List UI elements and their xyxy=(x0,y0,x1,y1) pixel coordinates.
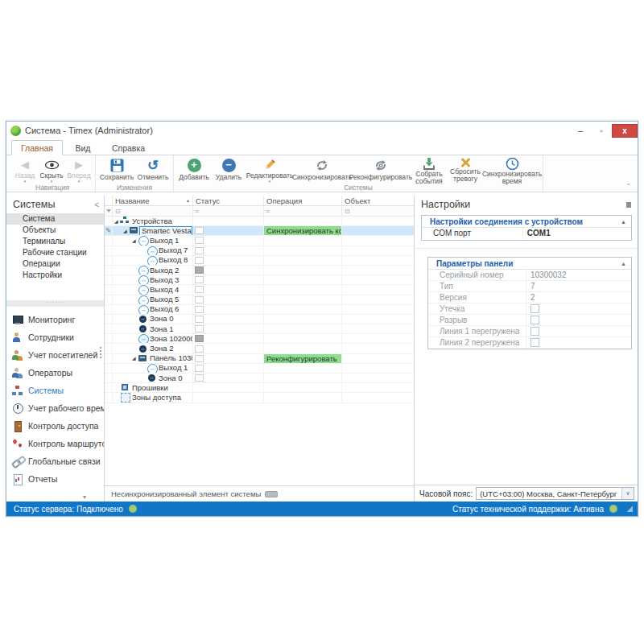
collapse-section-icon[interactable]: ▲ xyxy=(621,261,626,266)
property-value[interactable] xyxy=(526,315,631,325)
table-row[interactable]: ✎ Прошивки xyxy=(105,383,414,393)
table-row[interactable]: ✎ Зона 1 xyxy=(105,324,414,334)
add-button[interactable]: + Добавить xyxy=(176,156,212,183)
table-row[interactable]: ✎ Выход 7 xyxy=(105,246,414,256)
filter-edit-icon[interactable]: ⊡ xyxy=(345,208,350,215)
property-value[interactable] xyxy=(526,337,631,349)
table-row[interactable]: ✎ Выход 3 xyxy=(105,275,414,285)
table-row[interactable]: ✎ Зона 0 xyxy=(105,374,414,383)
zone-icon xyxy=(138,334,148,343)
sidebar-module[interactable]: Глобальные связи xyxy=(6,452,104,470)
checkbox[interactable] xyxy=(530,316,539,324)
property-value[interactable]: 2 xyxy=(526,292,631,303)
delete-button[interactable]: − Удалить xyxy=(212,156,246,183)
window-title: Система - Timex (Administrator) xyxy=(25,126,570,135)
reset-alarm-button[interactable]: Сбросить тревогу xyxy=(447,156,484,183)
column-header-object[interactable]: Объект xyxy=(342,196,414,205)
close-button[interactable]: x xyxy=(612,124,638,138)
table-row[interactable]: ✎ Выход 5 xyxy=(105,295,414,305)
expander-icon[interactable] xyxy=(132,354,138,363)
ribbon-tab[interactable]: Вид xyxy=(66,141,99,155)
maximize-button[interactable]: ▫ xyxy=(591,124,612,138)
table-row[interactable]: ✎ Зона 0 xyxy=(105,315,414,324)
checkbox[interactable] xyxy=(530,338,539,347)
collect-events-button[interactable]: Собрать события xyxy=(411,156,447,183)
sidebar-list-item[interactable]: Рабочие станции xyxy=(6,247,104,258)
table-row[interactable]: ✎ Панель 103000... Реконфигурировать xyxy=(105,354,414,364)
table-row[interactable]: ✎ Smartec Vesta Синхронизировать конфиг.… xyxy=(105,226,414,236)
table-row[interactable]: ✎ Выход 1 xyxy=(105,236,414,246)
tree-node-label: Выход 6 xyxy=(148,305,180,314)
tree-node-label: Зона 10200020 xyxy=(148,334,192,343)
column-header-operation[interactable]: Операция xyxy=(264,196,342,205)
filter-funnel-icon[interactable] xyxy=(106,209,111,213)
expander-icon[interactable] xyxy=(132,236,138,245)
pin-icon[interactable] xyxy=(626,202,631,208)
checkbox[interactable] xyxy=(530,327,539,336)
connection-settings-title: Настройки соединения с устройством xyxy=(430,217,583,226)
resize-grip-icon[interactable] xyxy=(626,506,633,512)
table-row[interactable]: ✎ Выход 2 xyxy=(105,266,414,275)
table-row[interactable]: ✎ Выход 6 xyxy=(105,305,414,315)
sidebar-splitter[interactable]: ······ xyxy=(6,300,104,307)
ribbon-tab[interactable]: Справка xyxy=(103,141,154,155)
table-row[interactable]: ✎ Зоны доступа xyxy=(105,393,414,402)
sidebar-list-item[interactable]: Терминалы xyxy=(6,236,104,247)
sync-status-swatch xyxy=(195,296,204,303)
ribbon-tab[interactable]: Главная xyxy=(11,140,63,155)
sync-time-button[interactable]: Синхронизировать время xyxy=(484,156,540,183)
column-header-status[interactable]: Статус xyxy=(193,196,264,205)
sidebar-module[interactable]: Учет посетителей xyxy=(6,346,104,364)
sidebar-module[interactable]: Учет рабочего времени xyxy=(6,399,104,417)
table-row[interactable]: ✎ Зона 2 xyxy=(105,344,414,353)
forward-button[interactable]: ▶ Вперед▾ xyxy=(65,156,93,183)
expander-icon[interactable] xyxy=(123,226,129,235)
table-row[interactable]: ✎ Выход 1 xyxy=(105,364,414,374)
sync-button[interactable]: Синхронизировать xyxy=(294,156,350,183)
undo-button[interactable]: ↺ Отменить xyxy=(135,156,171,183)
edit-button[interactable]: Редактировать▾ xyxy=(246,156,294,183)
sidebar-module[interactable]: Мониторинг xyxy=(6,311,104,328)
monitor-icon xyxy=(12,315,23,325)
property-row: Линия 1 перегружена xyxy=(428,326,631,337)
checkbox[interactable] xyxy=(530,304,539,313)
collapse-section-icon[interactable]: ▲ xyxy=(621,219,626,225)
table-row[interactable]: ✎ Выход 4 xyxy=(105,285,414,295)
table-row[interactable]: ✎ Зона 10200020 xyxy=(105,334,414,344)
property-value[interactable]: 10300032 xyxy=(526,270,631,280)
dropdown-chevron-icon[interactable]: ∨ xyxy=(621,488,634,499)
reconfigure-button[interactable]: Реконфигурировать xyxy=(350,156,411,183)
timezone-dropdown[interactable]: (UTC+03:00) Москва, Санкт-Петербург ∨ xyxy=(476,487,634,500)
property-value[interactable]: 7 xyxy=(526,281,631,291)
sidebar-list-item[interactable]: Операции xyxy=(6,258,104,270)
sidebar-module[interactable]: Контроль маршрутов xyxy=(6,435,104,452)
sync-status-swatch xyxy=(195,286,204,293)
equals-filter-icon[interactable]: = xyxy=(195,207,199,215)
sidebar-collapse-icon[interactable]: < xyxy=(94,200,99,209)
minimize-button[interactable]: – xyxy=(570,124,591,138)
sidebar-module[interactable]: Отчеты xyxy=(6,470,104,488)
splitter-grip-icon[interactable] xyxy=(100,347,101,349)
column-header-name[interactable]: Название ▲ xyxy=(113,196,193,205)
sidebar-list-item[interactable]: Объекты xyxy=(6,225,104,236)
hide-button[interactable]: Скрыть▾ xyxy=(38,156,65,183)
ribbon-collapse-icon[interactable]: ⌃ xyxy=(625,183,631,190)
sidebar-module[interactable]: Операторы xyxy=(6,364,104,382)
sidebar-module[interactable]: Контроль доступа xyxy=(6,417,104,435)
property-value[interactable] xyxy=(526,326,631,336)
sidebar-list-item[interactable]: Настройки xyxy=(6,270,104,281)
table-row[interactable]: ✎ Устройства xyxy=(105,217,414,226)
sync-status-swatch xyxy=(195,316,204,323)
sidebar-overflow-chevron-icon[interactable]: ▾ xyxy=(83,493,86,501)
back-button[interactable]: ◀ Назад▾ xyxy=(12,156,38,183)
filter-edit-icon[interactable]: ⊡ xyxy=(115,208,121,215)
save-button[interactable]: Сохранить xyxy=(98,156,135,183)
expander-icon[interactable] xyxy=(114,217,120,225)
sidebar-module[interactable]: Сотрудники xyxy=(6,328,104,346)
property-value[interactable] xyxy=(526,303,631,314)
equals-filter-icon[interactable]: = xyxy=(266,207,270,215)
sidebar-module[interactable]: Системы xyxy=(6,382,104,399)
sidebar-list-item[interactable]: Система xyxy=(6,213,104,225)
property-value[interactable]: COM1 xyxy=(522,228,631,240)
table-row[interactable]: ✎ Выход 8 xyxy=(105,256,414,266)
